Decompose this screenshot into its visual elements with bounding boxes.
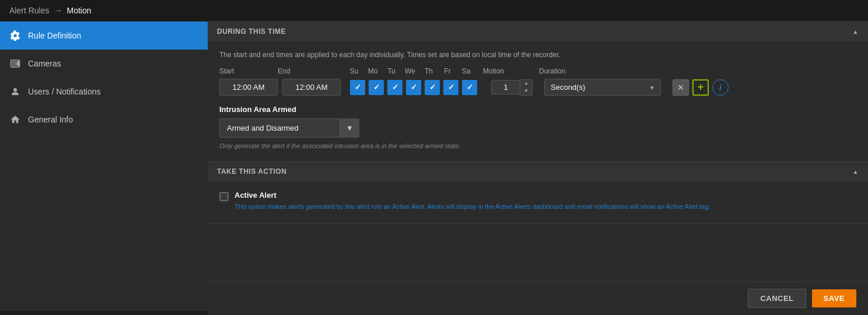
end-time-input[interactable] xyxy=(282,79,341,96)
during-section: DURING THIS TIME ▲ The start and end tim… xyxy=(208,22,868,162)
breadcrumb-current: Motion xyxy=(66,6,91,15)
day-check-fr[interactable]: ✓ xyxy=(443,80,459,95)
sidebar-item-general-info-label: General Info xyxy=(28,115,73,124)
day-label-fr: Fr xyxy=(440,67,455,75)
end-label: End xyxy=(278,67,342,75)
day-check-tu[interactable]: ✓ xyxy=(387,80,402,95)
breadcrumb-separator: → xyxy=(54,6,62,15)
motion-value-input[interactable] xyxy=(491,80,520,94)
day-check-sa[interactable]: ✓ xyxy=(462,80,477,95)
day-label-su: Su xyxy=(346,67,362,75)
breadcrumb: Alert Rules → Motion xyxy=(0,0,868,22)
action-section-title: TAKE THIS ACTION xyxy=(217,167,286,176)
user-icon xyxy=(9,86,21,97)
spinner-down-button[interactable]: ▼ xyxy=(520,88,532,95)
time-inputs-row: ✓ ✓ ✓ ✓ ✓ ✓ ✓ ▲ ▼ xyxy=(219,79,856,96)
active-alert-description: This option makes alerts generated by th… xyxy=(235,202,710,212)
action-section: TAKE THIS ACTION ▲ Active Alert This opt… xyxy=(208,162,868,224)
day-label-sa: Sa xyxy=(459,67,474,75)
duration-select-container: Second(s) Minute(s) Hour(s) ▼ xyxy=(544,79,661,96)
action-section-header: TAKE THIS ACTION ▲ xyxy=(208,162,868,181)
gear-icon xyxy=(9,30,21,41)
start-label: Start xyxy=(219,67,278,75)
motion-spinner: ▲ ▼ xyxy=(491,79,533,96)
svg-rect-1 xyxy=(12,61,17,66)
sidebar-item-users-notifications-label: Users / Notifications xyxy=(28,87,100,96)
duration-select-wrapper: Second(s) Minute(s) Hour(s) ▼ xyxy=(544,79,661,96)
intrusion-label: Intrusion Area Armed xyxy=(219,105,856,114)
sidebar-item-rule-definition[interactable]: Rule Definition xyxy=(0,22,208,50)
svg-marker-2 xyxy=(17,61,20,67)
day-labels: Su Mo Tu We Th Fr Sa xyxy=(346,67,474,75)
time-labels-row: Start End Su Mo Tu We Th Fr Sa Motion Du… xyxy=(219,67,856,75)
time-description: The start and end times are applied to e… xyxy=(219,51,856,59)
intrusion-hint: Only generate the alert if the associate… xyxy=(219,142,856,149)
active-alert-desc-end: . xyxy=(709,203,710,210)
main-content: DURING THIS TIME ▲ The start and end tim… xyxy=(208,22,868,311)
day-check-su[interactable]: ✓ xyxy=(350,80,365,95)
active-alert-title: Active Alert xyxy=(235,191,710,200)
sidebar-item-cameras-label: Cameras xyxy=(28,59,61,68)
during-section-header: DURING THIS TIME ▲ xyxy=(208,22,868,41)
duration-select[interactable]: Second(s) Minute(s) Hour(s) xyxy=(544,79,661,96)
motion-label: Motion xyxy=(483,67,530,75)
active-alert-desc-plain: This option makes alerts generated by th… xyxy=(235,203,666,210)
sidebar-item-cameras[interactable]: Cameras xyxy=(0,50,208,78)
during-section-title: DURING THIS TIME xyxy=(217,27,286,36)
sidebar-item-general-info[interactable]: General Info xyxy=(0,106,208,134)
footer: CANCEL SAVE xyxy=(208,281,868,315)
sidebar-item-users-notifications[interactable]: Users / Notifications xyxy=(0,78,208,106)
day-label-th: Th xyxy=(421,67,436,75)
active-alert-content: Active Alert This option makes alerts ge… xyxy=(235,191,710,212)
save-button[interactable]: SAVE xyxy=(812,289,856,307)
spinner-buttons: ▲ ▼ xyxy=(520,79,533,96)
info-button[interactable]: i xyxy=(712,79,729,96)
remove-row-button[interactable]: ✕ xyxy=(673,79,689,96)
home-icon xyxy=(9,114,21,125)
active-alert-desc-link: Active Alert tag xyxy=(666,203,708,210)
intrusion-select-wrapper: Armed and Disarmed Armed Disarmed ▼ xyxy=(219,118,359,138)
action-collapse-icon[interactable]: ▲ xyxy=(853,169,859,175)
day-label-mo: Mo xyxy=(365,67,380,75)
duration-label: Duration xyxy=(539,67,565,75)
sidebar: Rule Definition Cameras Users / Notific xyxy=(0,22,208,311)
active-alert-checkbox[interactable] xyxy=(219,192,229,201)
breadcrumb-parent[interactable]: Alert Rules xyxy=(9,6,49,15)
svg-point-3 xyxy=(13,88,17,92)
during-collapse-icon[interactable]: ▲ xyxy=(853,29,859,35)
day-check-mo[interactable]: ✓ xyxy=(369,80,384,95)
action-section-body: Active Alert This option makes alerts ge… xyxy=(208,181,868,223)
spinner-up-button[interactable]: ▲ xyxy=(520,80,532,88)
cancel-button[interactable]: CANCEL xyxy=(748,289,806,308)
day-check-th[interactable]: ✓ xyxy=(425,80,440,95)
day-checkboxes: ✓ ✓ ✓ ✓ ✓ ✓ ✓ xyxy=(350,80,477,95)
camera-icon xyxy=(9,58,21,69)
intrusion-select[interactable]: Armed and Disarmed Armed Disarmed xyxy=(219,118,359,138)
day-label-tu: Tu xyxy=(384,67,399,75)
row-actions: ✕ + i xyxy=(673,79,729,96)
day-label-we: We xyxy=(402,67,418,75)
sidebar-item-rule-definition-label: Rule Definition xyxy=(28,31,81,40)
during-section-body: The start and end times are applied to e… xyxy=(208,41,868,161)
day-check-we[interactable]: ✓ xyxy=(406,80,421,95)
start-time-input[interactable] xyxy=(219,79,278,96)
add-row-button[interactable]: + xyxy=(692,79,709,96)
active-alert-row: Active Alert This option makes alerts ge… xyxy=(219,191,856,212)
